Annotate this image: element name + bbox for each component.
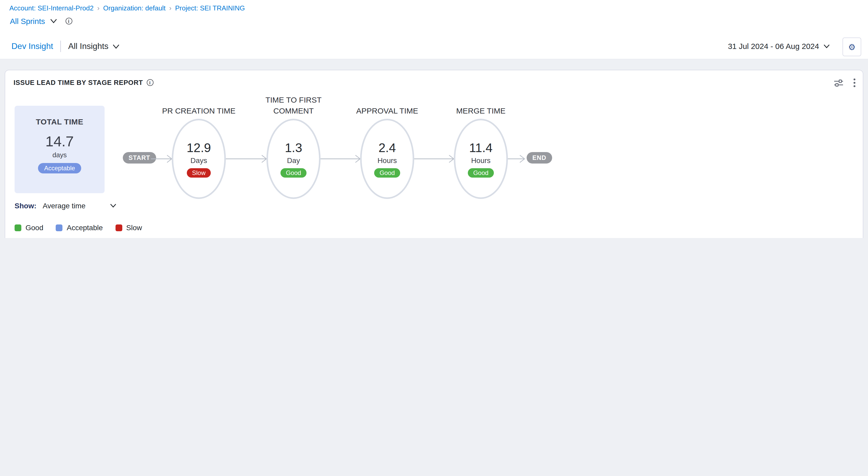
stage-rating-badge: Good xyxy=(374,168,400,177)
breadcrumb-separator: › xyxy=(97,4,100,12)
chevron-down-icon[interactable] xyxy=(50,19,57,24)
legend-swatch xyxy=(115,224,122,231)
flow-end-pill: END xyxy=(527,152,552,163)
sprint-selector[interactable]: All Sprints xyxy=(10,17,45,26)
gear-icon: ⚙ xyxy=(848,42,856,52)
legend-label: Good xyxy=(26,224,43,232)
chevron-down-icon[interactable] xyxy=(110,204,117,208)
stage-value: 2.4 xyxy=(379,140,396,155)
rating-legend: GoodAcceptableSlow xyxy=(14,224,142,232)
info-icon[interactable]: i xyxy=(65,18,72,25)
stage-rating-badge: Slow xyxy=(187,168,211,177)
stage-circle[interactable]: 11.4HoursGood xyxy=(454,119,508,199)
divider xyxy=(60,40,61,52)
stage-value: 11.4 xyxy=(469,140,493,155)
stage-circle[interactable]: 2.4HoursGood xyxy=(360,119,414,199)
legend-item[interactable]: Good xyxy=(14,224,43,232)
stage-unit: Days xyxy=(190,156,207,164)
lead-time-panel: ISSUE LEAD TIME BY STAGE REPORT i TOTAL … xyxy=(5,70,863,238)
breadcrumb-separator: › xyxy=(169,4,172,12)
settings-button[interactable]: ⚙ xyxy=(842,37,861,56)
stage-circle[interactable]: 1.3DayGood xyxy=(267,119,320,199)
legend-item[interactable]: Slow xyxy=(115,224,142,232)
date-range-picker[interactable]: 31 Jul 2024 - 06 Aug 2024 xyxy=(728,42,830,51)
chevron-down-icon xyxy=(823,44,830,48)
app-root: Account: SEI-Internal-Prod2›Organization… xyxy=(0,0,868,238)
insight-header: Dev Insight All Insights 31 Jul 2024 - 0… xyxy=(0,34,868,59)
stage-title: PR CREATION TIME xyxy=(152,93,246,116)
stage-value: 1.3 xyxy=(285,140,302,155)
stage-title: MERGE TIME xyxy=(434,93,528,116)
stage-value: 12.9 xyxy=(187,140,211,155)
flow-arrow-icon xyxy=(413,154,455,163)
show-dropdown[interactable]: Average time xyxy=(43,202,85,210)
breadcrumb: Account: SEI-Internal-Prod2›Organization… xyxy=(9,4,245,12)
stage-title: TIME TO FIRST COMMENT xyxy=(247,93,340,116)
top-header: Account: SEI-Internal-Prod2›Organization… xyxy=(0,0,868,35)
flow-arrow-icon xyxy=(225,154,268,163)
date-range-label: 31 Jul 2024 - 06 Aug 2024 xyxy=(728,42,819,51)
insights-dropdown-label: All Insights xyxy=(68,42,108,51)
insights-dropdown[interactable]: All Insights xyxy=(68,42,120,51)
legend-label: Acceptable xyxy=(67,224,103,232)
flow-arrow-icon xyxy=(151,154,173,163)
stage-rating-badge: Good xyxy=(468,168,494,177)
legend-label: Slow xyxy=(126,224,142,232)
legend-item[interactable]: Acceptable xyxy=(56,224,103,232)
stage-unit: Hours xyxy=(377,156,397,164)
insight-title[interactable]: Dev Insight xyxy=(11,42,53,51)
breadcrumb-item[interactable]: Organization: default xyxy=(103,4,165,12)
stage-unit: Hours xyxy=(471,156,491,164)
show-label: Show: xyxy=(14,202,36,210)
stage-rating-badge: Good xyxy=(281,168,307,177)
flow-arrow-icon xyxy=(319,154,361,163)
breadcrumb-item[interactable]: Account: SEI-Internal-Prod2 xyxy=(9,4,94,12)
chevron-down-icon xyxy=(113,44,120,49)
stage-unit: Day xyxy=(287,156,300,164)
legend-swatch xyxy=(14,224,21,231)
breadcrumb-item[interactable]: Project: SEI TRAINING xyxy=(175,4,245,12)
stage-title: APPROVAL TIME xyxy=(340,93,434,116)
flow-arrow-icon xyxy=(507,154,526,163)
stage-flow: STARTENDPR CREATION TIME12.9DaysSlowTIME… xyxy=(5,70,863,238)
stage-circle[interactable]: 12.9DaysSlow xyxy=(172,119,226,199)
legend-swatch xyxy=(56,224,63,231)
